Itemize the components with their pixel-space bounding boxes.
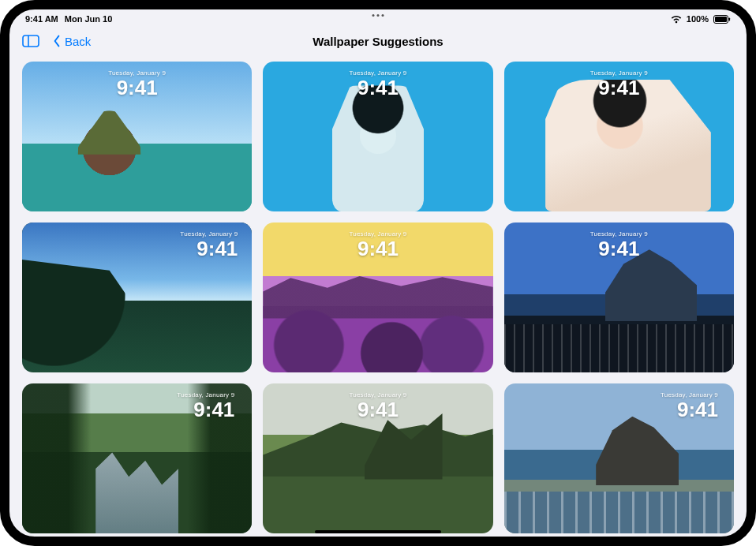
lockscreen-date: Tuesday, January 9 (661, 391, 718, 398)
lockscreen-date: Tuesday, January 9 (180, 230, 238, 237)
lockscreen-overlay: Tuesday, January 9 9:41 (661, 391, 718, 420)
wallpaper-tile[interactable]: Tuesday, January 9 9:41 (263, 62, 492, 211)
battery-percent: 100% (687, 14, 709, 24)
lockscreen-overlay: Tuesday, January 9 9:41 (504, 230, 734, 259)
wallpaper-tile[interactable]: Tuesday, January 9 9:41 (22, 62, 252, 211)
status-bar: 9:41 AM Mon Jun 10 100% (9, 9, 747, 27)
lockscreen-time: 9:41 (177, 399, 234, 420)
lockscreen-time: 9:41 (504, 238, 734, 259)
lockscreen-time: 9:41 (22, 77, 252, 98)
multitask-dots-icon[interactable] (372, 14, 384, 17)
wallpaper-tile[interactable]: Tuesday, January 9 9:41 (22, 383, 252, 533)
sidebar-toggle-button[interactable] (22, 34, 39, 48)
lockscreen-date: Tuesday, January 9 (504, 69, 734, 77)
svg-rect-1 (715, 17, 727, 22)
wallpaper-tile[interactable]: Tuesday, January 9 9:41 (504, 223, 734, 372)
lockscreen-date: Tuesday, January 9 (263, 69, 492, 77)
lockscreen-time: 9:41 (263, 399, 492, 420)
lockscreen-time: 9:41 (180, 238, 238, 259)
lockscreen-overlay: Tuesday, January 9 9:41 (263, 391, 492, 420)
wallpaper-grid: Tuesday, January 9 9:41 Tuesday, January… (9, 55, 747, 537)
wallpaper-tile[interactable]: Tuesday, January 9 9:41 (504, 383, 734, 533)
wallpaper-tile[interactable]: Tuesday, January 9 9:41 (263, 223, 492, 372)
lockscreen-time: 9:41 (504, 77, 734, 98)
status-time: 9:41 AM (25, 14, 58, 24)
nav-bar: Back Wallpaper Suggestions (9, 27, 747, 55)
wifi-icon (671, 15, 682, 24)
lockscreen-time: 9:41 (263, 238, 492, 259)
lockscreen-date: Tuesday, January 9 (177, 391, 234, 398)
battery-icon (713, 15, 731, 24)
lockscreen-date: Tuesday, January 9 (504, 230, 734, 237)
home-indicator[interactable] (315, 530, 441, 533)
lockscreen-overlay: Tuesday, January 9 9:41 (504, 69, 734, 98)
lockscreen-date: Tuesday, January 9 (263, 230, 492, 237)
wallpaper-tile[interactable]: Tuesday, January 9 9:41 (504, 62, 734, 211)
svg-rect-3 (23, 36, 39, 47)
back-button[interactable]: Back (51, 35, 91, 48)
lockscreen-date: Tuesday, January 9 (22, 69, 252, 77)
lockscreen-date: Tuesday, January 9 (263, 391, 492, 398)
wallpaper-tile[interactable]: Tuesday, January 9 9:41 (22, 223, 252, 372)
lockscreen-overlay: Tuesday, January 9 9:41 (22, 69, 252, 98)
lockscreen-overlay: Tuesday, January 9 9:41 (180, 230, 238, 259)
ipad-frame: 9:41 AM Mon Jun 10 100% Back Wallpa (0, 0, 756, 546)
back-label: Back (65, 35, 91, 48)
status-date: Mon Jun 10 (65, 14, 113, 24)
lockscreen-overlay: Tuesday, January 9 9:41 (263, 69, 492, 98)
page-title: Wallpaper Suggestions (313, 35, 443, 48)
lockscreen-overlay: Tuesday, January 9 9:41 (263, 230, 492, 259)
wallpaper-tile[interactable]: Tuesday, January 9 9:41 (263, 383, 492, 533)
lockscreen-time: 9:41 (661, 399, 718, 420)
lockscreen-time: 9:41 (263, 77, 492, 98)
lockscreen-overlay: Tuesday, January 9 9:41 (177, 391, 234, 420)
svg-rect-2 (729, 17, 731, 21)
